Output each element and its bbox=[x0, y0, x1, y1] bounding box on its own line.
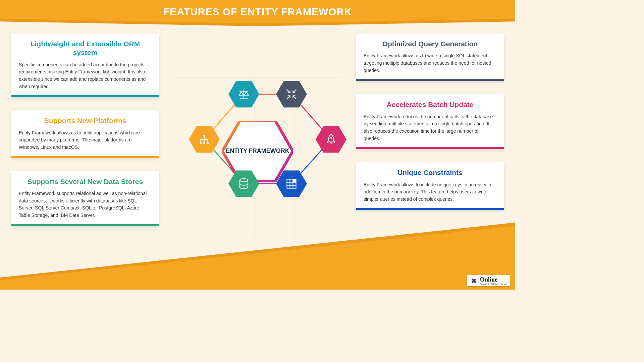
card-body: Entity Framework allows us to write a si… bbox=[364, 52, 496, 74]
card-underline bbox=[11, 224, 159, 226]
feature-card-batch: Accelerates Batch Update Entity Framewor… bbox=[356, 94, 504, 149]
header-banner: FEATURES OF ENTITY FRAMEWORK bbox=[0, 0, 515, 23]
center-label: ENTITY FRAMEWORK bbox=[226, 147, 289, 155]
svg-rect-21 bbox=[293, 179, 296, 182]
center-diagram: ENTITY FRAMEWORK bbox=[189, 82, 326, 220]
node-query bbox=[276, 81, 307, 108]
feature-card-platforms: Supports New Platforms Entity Framework … bbox=[11, 110, 159, 158]
svg-point-16 bbox=[330, 137, 332, 139]
header: FEATURES OF ENTITY FRAMEWORK bbox=[0, 0, 515, 26]
database-icon bbox=[238, 178, 250, 190]
card-underline bbox=[11, 95, 159, 97]
svg-point-14 bbox=[207, 142, 209, 144]
card-title: Lightweight and Extensible ORM system bbox=[19, 40, 152, 57]
node-batch bbox=[316, 126, 346, 153]
collapse-icon bbox=[285, 88, 298, 100]
feature-card-orm: Lightweight and Extensible ORM system Sp… bbox=[11, 34, 159, 97]
card-body: Entity Framework reduces the number of c… bbox=[364, 113, 496, 142]
card-title: Optimized Query Generation bbox=[364, 40, 496, 48]
scale-icon bbox=[238, 88, 250, 100]
right-column: Optimized Query Generation Entity Framew… bbox=[356, 34, 504, 210]
card-body: Entity Framework supports relational as … bbox=[19, 190, 152, 219]
feature-card-constraints: Unique Constraints Entity Framework allo… bbox=[356, 162, 504, 209]
brand-logo: Online Productivity Solutions Pvt. Ltd. bbox=[467, 275, 510, 286]
node-platforms bbox=[189, 126, 220, 153]
card-body: Specific components can be added accordi… bbox=[19, 61, 152, 90]
feature-card-query: Optimized Query Generation Entity Framew… bbox=[356, 34, 504, 81]
card-body: Entity Framework allows us to build appl… bbox=[19, 129, 152, 151]
card-body: Entity Framework allows to include uniqu… bbox=[364, 181, 496, 203]
card-underline bbox=[356, 79, 504, 81]
node-constraints bbox=[276, 170, 307, 197]
svg-point-11 bbox=[203, 135, 205, 137]
logo-name: Online bbox=[480, 276, 497, 283]
rocket-icon bbox=[325, 133, 337, 145]
hierarchy-icon bbox=[198, 133, 210, 145]
card-title: Accelerates Batch Update bbox=[364, 100, 496, 109]
node-orm bbox=[228, 81, 259, 108]
main-area: Lightweight and Extensible ORM system Sp… bbox=[0, 26, 515, 290]
card-title: Supports New Platforms bbox=[19, 116, 152, 125]
card-title: Supports Several New Data Stores bbox=[19, 177, 152, 186]
card-title: Unique Constraints bbox=[364, 168, 496, 177]
card-underline bbox=[356, 208, 504, 210]
card-underline bbox=[11, 156, 159, 158]
left-column: Lightweight and Extensible ORM system Sp… bbox=[11, 34, 159, 226]
svg-point-12 bbox=[200, 142, 202, 144]
feature-card-datastores: Supports Several New Data Stores Entity … bbox=[11, 171, 159, 226]
svg-point-18 bbox=[240, 179, 248, 182]
card-underline bbox=[356, 147, 504, 149]
page-title: FEATURES OF ENTITY FRAMEWORK bbox=[163, 6, 352, 17]
grid-icon bbox=[285, 178, 298, 190]
logo-subtitle: Productivity Solutions Pvt. Ltd. bbox=[480, 283, 507, 285]
logo-text-wrap: Online Productivity Solutions Pvt. Ltd. bbox=[480, 277, 507, 285]
node-datastores bbox=[228, 170, 259, 197]
svg-point-13 bbox=[203, 142, 205, 144]
pinwheel-icon bbox=[470, 277, 478, 285]
